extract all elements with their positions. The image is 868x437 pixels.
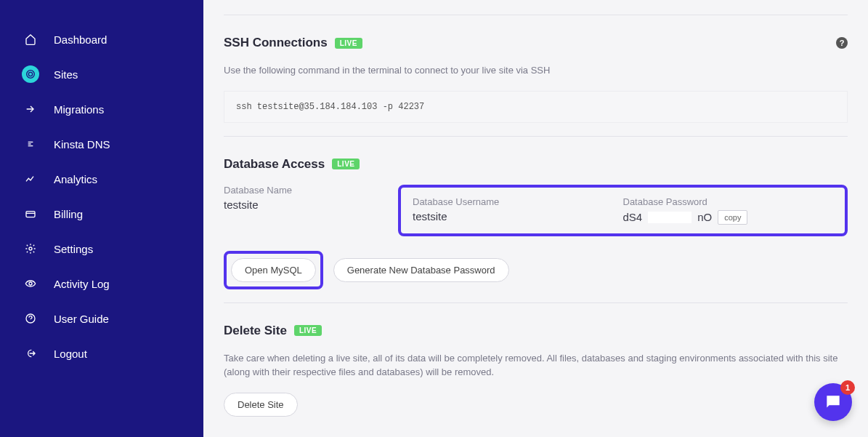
- db-name-value: testsite: [224, 199, 398, 211]
- open-mysql-button[interactable]: Open MySQL: [231, 258, 316, 282]
- sidebar-item-label: Sites: [54, 68, 78, 81]
- svg-point-1: [27, 71, 35, 79]
- sidebar-item-billing[interactable]: Billing: [0, 196, 203, 231]
- db-name-col: Database Name testsite: [224, 185, 398, 236]
- billing-icon: [22, 205, 39, 222]
- sidebar-item-label: Settings: [54, 243, 93, 255]
- sidebar-item-kinsta-dns[interactable]: Kinsta DNS: [0, 127, 203, 161]
- sidebar-item-label: User Guide: [54, 313, 109, 325]
- logout-icon: [22, 345, 39, 362]
- sidebar-item-label: Migrations: [54, 103, 104, 116]
- delete-title: Delete Site: [224, 324, 287, 338]
- db-password-label: Database Password: [623, 196, 834, 207]
- db-password-col: Database Password dS4 nO copy: [623, 196, 834, 225]
- sidebar-item-label: Dashboard: [54, 33, 107, 46]
- chat-icon: [824, 393, 843, 412]
- delete-site-button[interactable]: Delete Site: [224, 393, 298, 417]
- chat-badge: 1: [840, 380, 855, 395]
- delete-desc: Take care when deleting a live site, all…: [224, 351, 848, 380]
- analytics-icon: [22, 170, 39, 188]
- live-badge: LIVE: [332, 159, 360, 169]
- sidebar: Dashboard Sites Migrations Kinsta DNS An…: [0, 0, 203, 437]
- guide-icon: [22, 310, 39, 327]
- sidebar-item-migrations[interactable]: Migrations: [0, 92, 203, 127]
- delete-section: Delete Site LIVE Take care when deleting…: [224, 302, 848, 430]
- migrations-icon: [22, 100, 39, 118]
- sidebar-item-user-guide[interactable]: User Guide: [0, 301, 203, 336]
- live-badge: LIVE: [294, 325, 322, 336]
- sidebar-item-label: Kinsta DNS: [54, 138, 110, 151]
- sidebar-item-settings[interactable]: Settings: [0, 231, 203, 266]
- sidebar-item-logout[interactable]: Logout: [0, 336, 203, 371]
- chat-widget[interactable]: 1: [814, 383, 852, 421]
- svg-point-0: [28, 72, 32, 76]
- db-title: Database Access: [224, 157, 325, 172]
- ssh-title: SSH Connections: [224, 36, 328, 50]
- sidebar-item-activity-log[interactable]: Activity Log: [0, 266, 203, 301]
- db-password-masked: [648, 212, 691, 223]
- copy-password-button[interactable]: copy: [718, 210, 747, 225]
- svg-point-3: [29, 247, 32, 250]
- sidebar-item-label: Activity Log: [54, 278, 110, 290]
- sidebar-item-label: Logout: [54, 348, 87, 360]
- svg-rect-2: [26, 212, 35, 217]
- db-password-prefix: dS4: [623, 211, 643, 223]
- generate-password-button[interactable]: Generate New Database Password: [333, 258, 509, 282]
- sidebar-item-analytics[interactable]: Analytics: [0, 161, 203, 196]
- db-credentials-highlight: Database Username testsite Database Pass…: [398, 185, 848, 236]
- activity-icon: [22, 275, 39, 292]
- ssh-command[interactable]: ssh testsite@35.184.184.103 -p 42237: [224, 91, 848, 123]
- sidebar-item-label: Analytics: [54, 173, 97, 185]
- db-username-label: Database Username: [413, 196, 623, 207]
- db-password-suffix: nO: [697, 211, 712, 223]
- sites-icon: [22, 65, 39, 83]
- settings-icon: [22, 240, 39, 257]
- ssh-section: SSH Connections LIVE ? Use the following…: [224, 15, 848, 136]
- ssh-desc: Use the following command in the termina…: [224, 63, 848, 78]
- live-badge: LIVE: [335, 38, 362, 49]
- sidebar-item-dashboard[interactable]: Dashboard: [0, 22, 203, 57]
- database-section: Database Access LIVE Database Name tests…: [224, 136, 848, 302]
- svg-point-4: [29, 282, 32, 285]
- open-mysql-highlight: Open MySQL: [224, 251, 323, 289]
- db-name-label: Database Name: [224, 185, 398, 196]
- home-icon: [22, 31, 39, 48]
- help-icon[interactable]: ?: [836, 37, 848, 49]
- db-username-value: testsite: [413, 210, 623, 222]
- db-username-col: Database Username testsite: [413, 196, 623, 225]
- sidebar-item-label: Billing: [54, 208, 83, 220]
- dns-icon: [22, 135, 39, 153]
- main-content: SSH Connections LIVE ? Use the following…: [203, 0, 868, 437]
- sidebar-item-sites[interactable]: Sites: [0, 57, 203, 92]
